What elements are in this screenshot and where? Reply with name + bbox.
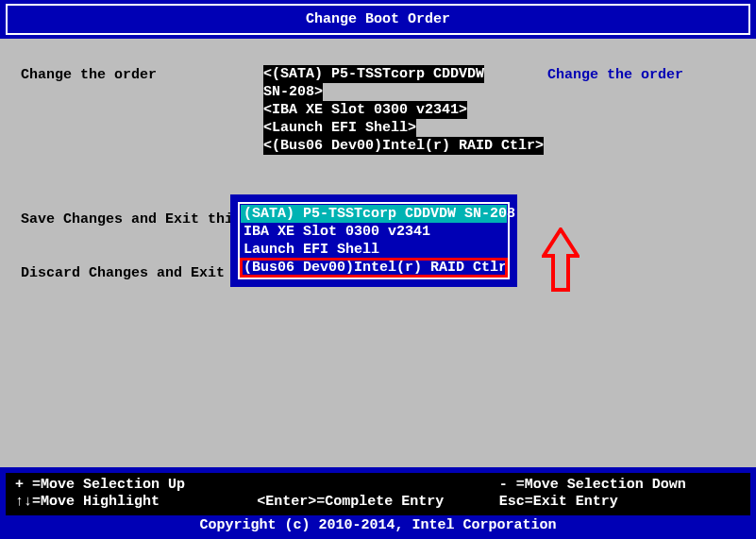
boot-order-popup: (SATA) P5-TSSTcorp CDDVDW SN-208 IBA XE … — [230, 194, 517, 287]
boot-item-3[interactable]: <Launch EFI Shell> — [263, 119, 416, 137]
boot-item-1a[interactable]: <(SATA) P5-TSSTcorp CDDVDW — [263, 65, 484, 83]
popup-inner: (SATA) P5-TSSTcorp CDDVDW SN-208 IBA XE … — [238, 202, 510, 279]
help-text: Change the order — [547, 67, 683, 83]
up-arrow-icon — [542, 227, 580, 294]
key-legend: + =Move Selection Up - =Move Selection D… — [6, 473, 750, 515]
boot-order-list: <(SATA) P5-TSSTcorp CDDVDW SN-208> <IBA … — [263, 65, 544, 155]
popup-item-1[interactable]: (SATA) P5-TSSTcorp CDDVDW SN-208 — [241, 205, 507, 223]
boot-item-4[interactable]: <(Bus06 Dev00)Intel(r) RAID Ctlr> — [263, 137, 544, 155]
copyright: Copyright (c) 2010-2014, Intel Corporati… — [6, 515, 750, 533]
popup-item-2[interactable]: IBA XE Slot 0300 v2341 — [241, 223, 507, 241]
boot-item-1b[interactable]: SN-208> — [263, 83, 323, 101]
key-move-up: + =Move Selection Up — [15, 477, 257, 493]
change-order-label: Change the order — [21, 67, 157, 83]
main-panel: Change the order Change the order <(SATA… — [0, 39, 756, 65]
key-esc: Esc=Exit Entry — [499, 494, 741, 510]
popup-item-4[interactable]: (Bus06 Dev00)Intel(r) RAID Ctlr — [241, 259, 507, 277]
page-title: Change Boot Order — [6, 4, 750, 35]
key-blank — [257, 477, 498, 493]
key-move-highlight: ↑↓=Move Highlight — [15, 494, 257, 510]
key-enter: <Enter>=Complete Entry — [257, 494, 498, 510]
key-move-down: - =Move Selection Down — [499, 477, 741, 493]
title-bar: Change Boot Order — [0, 0, 756, 39]
footer: + =Move Selection Up - =Move Selection D… — [0, 467, 756, 539]
boot-item-2[interactable]: <IBA XE Slot 0300 v2341> — [263, 101, 467, 119]
popup-item-3[interactable]: Launch EFI Shell — [241, 241, 507, 259]
